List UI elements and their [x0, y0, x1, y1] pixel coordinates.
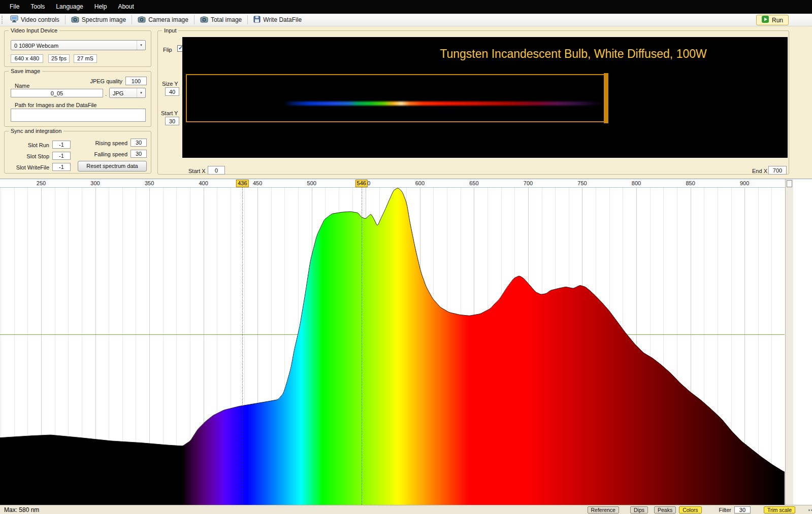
path-field[interactable] — [11, 109, 146, 122]
dips-button[interactable]: Dips — [630, 506, 648, 513]
filter-label: Filter — [719, 507, 731, 513]
axis-tick-label: 300 — [90, 180, 100, 186]
end-x-field[interactable] — [768, 166, 787, 175]
axis-tick-label: 750 — [577, 180, 587, 186]
group-title: Sync and integration — [9, 128, 63, 134]
trim-scale-slider[interactable] — [785, 179, 793, 505]
toolbar-grip — [2, 16, 4, 24]
toolbar-separator — [247, 15, 248, 24]
slot-writefile-field[interactable] — [52, 163, 71, 171]
reset-spectrum-button[interactable]: Reset spectrum data — [78, 161, 147, 172]
image-format-select[interactable]: JPG ▼ — [109, 88, 146, 98]
toolbar: Video controls Spectrum image Camera ima… — [0, 14, 812, 26]
slot-stop-field[interactable] — [52, 152, 71, 160]
axis-tick-label: 450 — [253, 180, 262, 186]
run-button[interactable]: Run — [756, 15, 789, 25]
overlay-title: Tungsten Incandescent Bulb, White Diffus… — [421, 47, 726, 61]
selection-right-handle[interactable] — [604, 73, 608, 123]
exposure-chip[interactable]: 27 mS — [74, 54, 97, 63]
axis-tick-label: 650 — [469, 180, 478, 186]
camera-preview[interactable]: Tungsten Incandescent Bulb, White Diffus… — [182, 37, 788, 158]
menu-bar: File Tools Language Help About — [0, 0, 812, 14]
slot-stop-label: Slot Stop — [9, 153, 49, 159]
axis-tick-label: 350 — [145, 180, 154, 186]
reference-button[interactable]: Reference — [588, 506, 619, 513]
video-controls-button[interactable]: Video controls — [6, 14, 63, 26]
status-bar: Max: 580 nm Reference Dips Peaks Colors … — [0, 505, 812, 514]
rising-speed-field[interactable] — [131, 139, 147, 147]
jpeg-quality-label: JPEG quality — [81, 78, 122, 84]
image-name-field[interactable] — [11, 89, 103, 97]
start-y-field[interactable] — [165, 117, 179, 125]
spectrum-chart: 2503003504004505005506006507007508008509… — [0, 179, 812, 505]
sync-group: Sync and integration Slot Run Slot Stop … — [4, 131, 151, 174]
rising-speed-label: Rising speed — [81, 140, 127, 146]
slot-writefile-label: Slot WriteFile — [9, 164, 49, 170]
calibration-marker-badge[interactable]: 546 — [355, 180, 368, 187]
peaks-button[interactable]: Peaks — [654, 506, 676, 513]
spectrometer-window: File Tools Language Help About Video con… — [0, 0, 812, 514]
trim-scale-button[interactable]: Trim scale — [764, 506, 795, 513]
camera-icon — [138, 16, 146, 24]
selection-rectangle[interactable] — [186, 74, 608, 122]
axis-tick-label: 600 — [415, 180, 425, 186]
flip-label: Flip — [163, 47, 172, 53]
max-wavelength-label: Max: 580 nm — [4, 506, 39, 513]
run-label: Run — [772, 17, 783, 24]
toolbar-separator — [65, 15, 66, 24]
menu-item-tools[interactable]: Tools — [25, 0, 50, 14]
start-x-label: Start X — [188, 168, 206, 174]
chevron-down-icon: ▼ — [137, 41, 145, 50]
toolbar-button-label: Video controls — [21, 16, 59, 23]
end-x-label: End X — [752, 168, 767, 174]
toolbar-button-label: Write DataFile — [263, 16, 302, 23]
spectrum-image-button[interactable]: Spectrum image — [67, 14, 130, 26]
video-device-select[interactable]: 0 1080P Webcam ▼ — [11, 40, 146, 50]
toolbar-button-label: Spectrum image — [82, 16, 126, 23]
axis-tick-label: 700 — [524, 180, 533, 186]
chevron-down-icon: ▼ — [137, 88, 145, 97]
write-datafile-icon — [253, 16, 261, 24]
spectrum-plot[interactable] — [0, 188, 785, 505]
total-image-button[interactable]: Total image — [196, 14, 246, 26]
filter-field[interactable] — [734, 506, 751, 513]
colors-button[interactable]: Colors — [679, 506, 701, 513]
group-title: Save image — [9, 68, 42, 74]
video-input-group: Video Input Device 0 1080P Webcam ▼ 640 … — [4, 30, 151, 67]
menu-item-file[interactable]: File — [4, 0, 25, 14]
group-title: Video Input Device — [9, 27, 59, 33]
slider-thumb[interactable] — [787, 180, 792, 187]
size-y-label: Size Y — [162, 81, 178, 87]
jpeg-quality-field[interactable] — [125, 77, 147, 85]
settings-panel: Video Input Device 0 1080P Webcam ▼ 640 … — [0, 26, 812, 179]
run-icon — [762, 16, 769, 24]
start-x-field[interactable] — [208, 166, 225, 175]
dot-label: . — [105, 91, 107, 97]
axis-tick-label: 500 — [307, 180, 316, 186]
camera-image-button[interactable]: Camera image — [134, 14, 192, 26]
menu-item-language[interactable]: Language — [50, 0, 88, 14]
path-label: Path for Images and the DataFile — [15, 102, 96, 108]
camera-icon — [71, 16, 79, 24]
resolution-chip[interactable]: 640 x 480 — [11, 54, 43, 63]
toolbar-separator — [194, 15, 194, 24]
name-label: Name — [15, 83, 29, 89]
size-y-field[interactable] — [165, 87, 179, 96]
menu-item-about[interactable]: About — [112, 0, 139, 14]
start-y-label: Start Y — [161, 110, 178, 116]
fps-chip[interactable]: 25 fps — [48, 54, 70, 63]
toolbar-separator — [132, 15, 132, 24]
falling-speed-field[interactable] — [131, 150, 147, 158]
slot-run-field[interactable] — [52, 141, 71, 149]
write-datafile-button[interactable]: Write DataFile — [249, 14, 306, 26]
calibration-marker-badge[interactable]: 436 — [236, 180, 248, 187]
axis-tick-label: 400 — [199, 180, 208, 186]
resize-grip — [808, 509, 810, 511]
menu-item-help[interactable]: Help — [89, 0, 113, 14]
axis-tick-label: 800 — [632, 180, 641, 186]
axis-tick-label: 250 — [37, 180, 46, 186]
axis-strip: 2503003504004505005506006507007508008509… — [0, 179, 785, 188]
save-image-group: Save image JPEG quality Name . JPG ▼ Pat… — [4, 71, 151, 127]
axis-tick-label: 900 — [740, 180, 749, 186]
falling-speed-label: Falling speed — [81, 151, 127, 157]
